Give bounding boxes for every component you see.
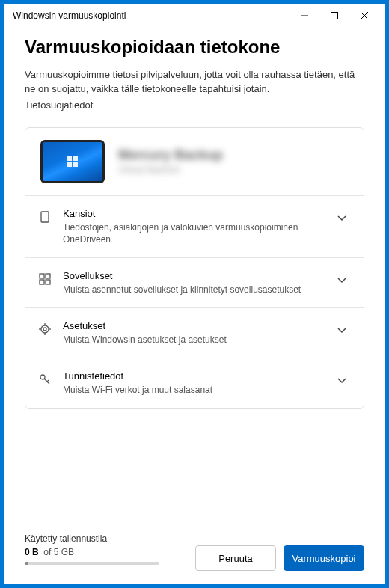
- maximize-button[interactable]: [319, 4, 349, 28]
- close-icon: [361, 12, 368, 19]
- window-title: Windowsin varmuuskopiointi: [13, 10, 290, 21]
- backup-panel: Mercury Backup Virtual Machine Kansiot T…: [25, 127, 364, 409]
- svg-rect-1: [331, 13, 338, 19]
- device-name: Mercury Backup: [118, 147, 349, 163]
- content-area: Varmuuskopioidaan tietokone Varmuuskopio…: [4, 28, 385, 521]
- page-title: Varmuuskopioidaan tietokone: [25, 37, 364, 58]
- storage-progress: [25, 562, 159, 565]
- section-body: Asetukset Muista Windowsin asetukset ja …: [63, 320, 326, 346]
- section-title: Asetukset: [63, 320, 326, 331]
- minimize-button[interactable]: [290, 4, 319, 28]
- section-desc: Muista Windowsin asetukset ja asetukset: [63, 334, 326, 346]
- apps-grid-icon: [37, 272, 52, 287]
- titlebar: Windowsin varmuuskopiointi: [4, 4, 385, 28]
- storage-of: of: [43, 547, 51, 557]
- svg-point-10: [43, 328, 46, 331]
- footer-buttons: Peruuta Varmuuskopioi: [25, 545, 364, 571]
- maximize-icon: [331, 12, 338, 19]
- section-folders[interactable]: Kansiot Tiedostojen, asiakirjojen ja val…: [25, 196, 364, 258]
- storage-used: 0 B: [25, 547, 39, 557]
- close-button[interactable]: [349, 4, 379, 28]
- svg-point-9: [41, 325, 49, 333]
- chevron-down-icon: [337, 275, 349, 287]
- section-title: Tunnistetiedot: [63, 370, 326, 382]
- app-window: Windowsin varmuuskopiointi Varmuuskopioi…: [4, 4, 385, 584]
- chevron-down-icon: [337, 375, 349, 387]
- key-icon: [37, 372, 52, 387]
- backup-button[interactable]: Varmuuskopioi: [284, 545, 364, 571]
- section-body: Tunnistetiedot Muista Wi-Fi verkot ja mu…: [63, 370, 326, 396]
- section-settings[interactable]: Asetukset Muista Windowsin asetukset ja …: [25, 308, 364, 358]
- section-body: Sovellukset Muista asennetut sovellukset…: [63, 270, 326, 295]
- section-apps[interactable]: Sovellukset Muista asennetut sovellukset…: [25, 258, 364, 308]
- section-desc: Tiedostojen, asiakirjojen ja valokuvien …: [63, 221, 326, 245]
- device-row: Mercury Backup Virtual Machine: [25, 128, 364, 196]
- svg-line-16: [44, 379, 49, 384]
- chevron-down-icon: [337, 212, 349, 224]
- svg-rect-4: [41, 212, 49, 222]
- section-credentials[interactable]: Tunnistetiedot Muista Wi-Fi verkot ja mu…: [25, 358, 364, 408]
- folder-outline-icon: [37, 209, 52, 224]
- chevron-down-icon: [337, 325, 349, 337]
- storage-total: 5 GB: [54, 547, 74, 557]
- svg-rect-7: [40, 280, 44, 284]
- svg-line-17: [47, 380, 49, 382]
- footer: Käytetty tallennustila 0 B of 5 GB Peruu…: [4, 521, 385, 584]
- storage-progress-fill: [25, 562, 28, 565]
- intro-text: Varmuuskopioimme tietosi pilvipalveluun,…: [25, 68, 364, 97]
- cancel-button[interactable]: Peruuta: [195, 545, 276, 571]
- storage-label: Käytetty tallennustila: [25, 533, 364, 544]
- svg-rect-5: [40, 274, 44, 278]
- gear-icon: [37, 322, 52, 337]
- section-title: Sovellukset: [63, 270, 326, 281]
- svg-rect-8: [46, 280, 50, 284]
- section-desc: Muista Wi-Fi verkot ja muut salasanat: [63, 384, 326, 396]
- section-title: Kansiot: [63, 208, 326, 219]
- device-thumbnail-icon: [40, 140, 105, 183]
- privacy-link[interactable]: Tietosuojatiedot: [25, 99, 364, 111]
- device-subtitle: Virtual Machine: [118, 165, 349, 175]
- svg-rect-6: [46, 274, 50, 278]
- section-desc: Muista asennetut sovellukset ja kiinnite…: [63, 284, 326, 295]
- spacer: [25, 409, 364, 512]
- minimize-icon: [301, 12, 308, 19]
- section-body: Kansiot Tiedostojen, asiakirjojen ja val…: [63, 208, 326, 245]
- device-info: Mercury Backup Virtual Machine: [118, 147, 349, 175]
